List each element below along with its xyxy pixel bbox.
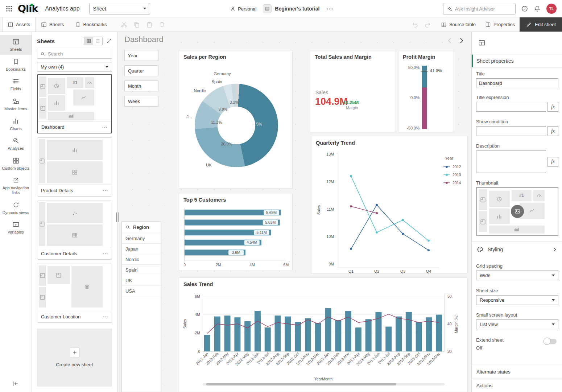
help-icon[interactable]: ?	[521, 5, 528, 12]
thumbnail-preview[interactable]: #1	[476, 187, 558, 236]
svg-text:2M: 2M	[195, 331, 200, 335]
redo-icon[interactable]	[424, 21, 431, 28]
sheet-size-select[interactable]: Responsive	[476, 295, 558, 305]
region-item-japan[interactable]: Japan	[122, 244, 161, 254]
list-view-button[interactable]	[93, 37, 102, 45]
paste-icon[interactable]	[146, 21, 153, 28]
donut-slice-label: Spain	[211, 79, 222, 84]
choose-image-button[interactable]	[511, 205, 524, 218]
insight-advisor-input[interactable]	[455, 6, 512, 12]
filter-box-quarter[interactable]: Quarter	[124, 65, 158, 76]
rail-item-bookmarks[interactable]: Bookmarks	[0, 55, 32, 75]
sales-trend-chart[interactable]: Sales Trend 6M4M2M05040302012-Jan2012-Fe…	[179, 277, 468, 392]
sheet-card-customer-location[interactable]: Customer Location⋯	[37, 264, 112, 323]
sheet-card-dashboard[interactable]: #1Dashboard⋯	[37, 74, 112, 133]
view-toggle	[84, 37, 103, 45]
title-expression-fx-button[interactable]: fx	[547, 102, 558, 112]
app-name-menu[interactable]: Beginner's tutorial	[263, 4, 319, 13]
next-sheet-icon[interactable]	[458, 37, 466, 45]
region-item-usa[interactable]: USA	[122, 286, 161, 296]
rail-item-dynamic-views[interactable]: Dynamic views	[0, 198, 32, 218]
edit-pencil-icon	[526, 22, 532, 28]
more-options-menu[interactable]: ⋯	[326, 5, 333, 12]
show-condition-fx-button[interactable]: fx	[547, 126, 558, 136]
svg-text:2M: 2M	[216, 263, 221, 267]
actions-section[interactable]: Actions	[472, 379, 562, 392]
total-sales-margin-kpi[interactable]: Total Sales and Margin Sales 104.9M 43.2…	[310, 50, 395, 132]
rail-item-master-items[interactable]: Master items	[0, 94, 32, 114]
edit-sheet-button[interactable]: Edit sheet	[520, 17, 562, 32]
show-condition-input[interactable]	[476, 126, 546, 136]
region-filter-pane[interactable]: Region GermanyJapanNordicSpainUKUSA	[121, 221, 161, 392]
profit-margin-gauge[interactable]: Profit Margin 50.0%0.0%-50.0% 41.3%	[398, 50, 453, 132]
quarterly-trend-chart[interactable]: Quarterly Trend 13M12M11M10M9MQ1Q2Q3Q4Sa…	[311, 136, 468, 274]
rail-item-label: Bookmarks	[6, 67, 26, 72]
sales-region-donut[interactable]	[195, 84, 278, 167]
personal-space-menu[interactable]: Personal	[230, 6, 256, 12]
delete-icon[interactable]	[158, 21, 166, 28]
sheet-card-customer-details[interactable]: Customer Details⋯	[37, 201, 112, 260]
rail-item-variables[interactable]: x=Variables	[0, 218, 32, 238]
sheet-search[interactable]	[37, 49, 112, 59]
rail-item-app-navigation-links[interactable]: App navigation links	[0, 173, 32, 198]
filter-box-year[interactable]: Year	[124, 50, 158, 61]
rail-item-custom-objects[interactable]: Custom objects	[0, 154, 32, 174]
small-screen-layout-select[interactable]: List view	[476, 319, 558, 329]
rail-item-label: Fields	[11, 87, 21, 91]
donut-slice-label: J...	[186, 115, 192, 119]
copy-icon[interactable]	[133, 21, 140, 28]
collapse-panel-icon[interactable]	[12, 380, 19, 387]
alternate-states-section[interactable]: Alternate states	[472, 365, 562, 379]
grid-spacing-select[interactable]: Wide	[476, 271, 558, 280]
tab-assets[interactable]: Assets	[2, 17, 36, 32]
properties-button[interactable]: Properties	[480, 17, 520, 32]
sheet-card-menu[interactable]: ⋯	[102, 188, 108, 194]
description-fx-button[interactable]: fx	[547, 157, 558, 167]
region-filter-header[interactable]: Region	[122, 222, 161, 233]
sheet-card-menu[interactable]: ⋯	[102, 251, 108, 257]
app-grid-icon[interactable]	[5, 5, 13, 12]
notifications-bell-icon[interactable]	[534, 5, 541, 12]
top5-customers-chart[interactable]: Top 5 Customers 5.69M5.63M5.11M4.54M3.6M…	[179, 193, 293, 270]
rail-item-fields[interactable]: Fields	[0, 74, 32, 94]
title-input[interactable]	[476, 78, 558, 88]
region-item-spain[interactable]: Spain	[122, 265, 161, 275]
assets-panel: Sheets My own (4) #1Dashboard⋯Product De…	[32, 32, 117, 392]
title-expression-input[interactable]	[476, 102, 546, 112]
extend-sheet-toggle[interactable]	[544, 339, 557, 344]
description-input[interactable]	[476, 150, 546, 173]
create-new-sheet-button[interactable]: Create new sheet	[37, 329, 112, 387]
source-table-button[interactable]: Source table	[436, 17, 480, 32]
cut-icon[interactable]	[120, 21, 128, 28]
expand-panel-icon[interactable]	[106, 38, 112, 44]
tab-bookmarks[interactable]: Bookmarks	[70, 17, 112, 32]
sheet-card-menu[interactable]: ⋯	[102, 124, 108, 130]
sheet-selector-dropdown[interactable]: Sheet	[89, 3, 150, 15]
rail-item-charts[interactable]: Charts	[0, 114, 32, 134]
rail-item-analyses[interactable]: Analyses	[0, 134, 32, 154]
rail-item-sheets[interactable]: Sheets	[0, 35, 32, 55]
user-avatar[interactable]: TL	[546, 4, 557, 14]
undo-icon[interactable]	[412, 21, 419, 28]
sheet-search-input[interactable]	[48, 51, 109, 57]
filter-box-month[interactable]: Month	[124, 81, 158, 91]
sheet-filter-dropdown[interactable]: My own (4)	[37, 62, 112, 72]
grid-view-button[interactable]	[84, 37, 93, 45]
area-icon	[489, 226, 545, 234]
panel-resize-handle[interactable]	[116, 212, 119, 222]
source-table-icon	[441, 22, 447, 28]
gauge-needle	[421, 71, 428, 71]
sheet-card-product-details[interactable]: Product Details⋯	[37, 137, 112, 197]
sheet-card-menu[interactable]: ⋯	[102, 314, 108, 320]
sales-per-region-chart[interactable]: Sales per Region 45.5%26.9%11.3%9.9%3.2%…	[179, 50, 293, 189]
region-item-uk[interactable]: UK	[122, 275, 161, 286]
svg-text:13M: 13M	[327, 152, 334, 156]
donut-percent-label: 3.2%	[230, 100, 239, 104]
tab-sheets[interactable]: Sheets	[36, 17, 69, 32]
previous-sheet-icon[interactable]	[446, 37, 454, 45]
filter-box-week[interactable]: Week	[124, 96, 158, 107]
insight-advisor-search[interactable]	[443, 3, 516, 15]
region-item-germany[interactable]: Germany	[122, 233, 161, 244]
styling-section[interactable]: Styling	[472, 242, 562, 257]
region-item-nordic[interactable]: Nordic	[122, 254, 161, 265]
